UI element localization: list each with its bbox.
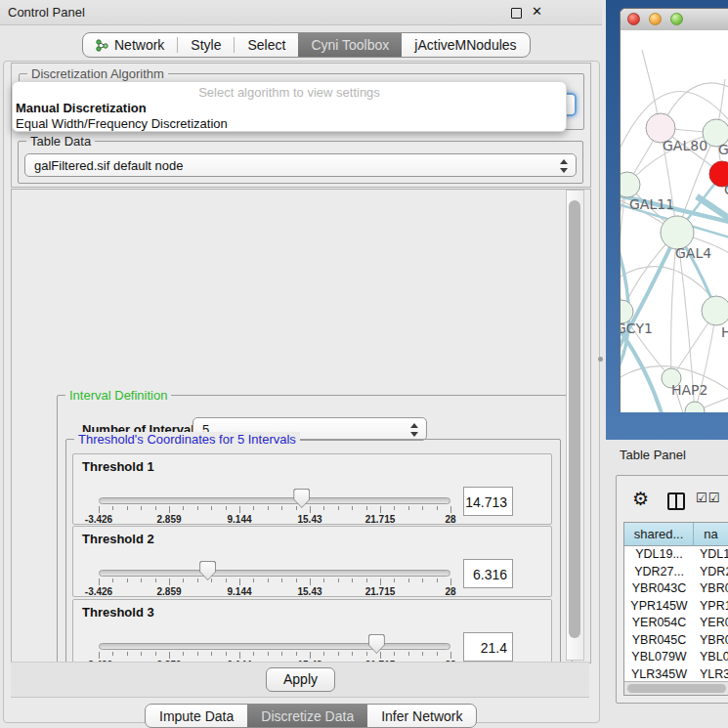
splitter-grip[interactable]	[598, 357, 603, 362]
stepper-arrows-icon	[559, 159, 568, 173]
table-row[interactable]: YBL079WYBL0	[624, 649, 728, 666]
cell-shared-name[interactable]: YBL079W	[624, 649, 694, 666]
slider-tick	[338, 652, 339, 656]
slider-tick	[437, 506, 438, 510]
select-columns-checkboxes-icon[interactable]: ☑☑	[696, 491, 720, 505]
threshold-value-field[interactable]: 14.713	[463, 487, 513, 516]
panel-title: Control Panel	[8, 5, 85, 20]
table-row[interactable]: YBR045CYBR0	[624, 632, 728, 650]
cell-name[interactable]: YBR0	[694, 580, 728, 598]
apply-button[interactable]: Apply	[266, 667, 335, 692]
close-traffic-light-icon[interactable]	[627, 13, 640, 25]
slider-tick	[211, 652, 212, 656]
cell-name[interactable]: YBL0	[694, 649, 728, 666]
slider-tick-label: 15.43	[297, 514, 321, 525]
cell-name[interactable]: YDL1	[694, 546, 728, 564]
slider-handle[interactable]	[293, 489, 310, 508]
tab-discretize-data[interactable]: Discretize Data	[247, 705, 367, 727]
slider-track[interactable]	[99, 497, 450, 504]
cyni-bottom-tab-bar: Impute DataDiscretize DataInfer Network	[145, 704, 477, 728]
cell-name[interactable]: YDR2	[694, 564, 728, 581]
table-row[interactable]: YER054CYER0	[624, 615, 728, 632]
tab-network[interactable]: Network	[83, 33, 177, 57]
network-node-label: GAL11	[629, 196, 674, 212]
slider-tick	[323, 506, 324, 510]
column-header-name[interactable]: na	[694, 523, 728, 546]
network-node-label: HAP2	[671, 382, 707, 398]
threshold-value-field[interactable]: 6.316	[463, 559, 513, 588]
table-panel-title: Table Panel	[620, 448, 686, 462]
cell-name[interactable]: YPR1	[694, 598, 728, 616]
slider-tick	[450, 652, 451, 659]
table-row[interactable]: YDL19...YDL1	[624, 546, 728, 564]
split-columns-icon[interactable]	[667, 492, 685, 510]
slider-tick	[141, 578, 142, 582]
network-node[interactable]	[661, 216, 694, 249]
tab-impute-data[interactable]: Impute Data	[146, 705, 247, 727]
slider-tick	[99, 506, 100, 513]
algorithm-option-equal-width[interactable]: Equal Width/Frequency Discretization	[13, 116, 566, 132]
minimize-traffic-light-icon[interactable]	[649, 13, 662, 25]
table-row[interactable]: YDR27...YDR2	[624, 564, 728, 581]
cell-shared-name[interactable]: YPR145W	[624, 598, 694, 616]
slider-tick	[183, 578, 184, 582]
slider-tick	[408, 578, 409, 582]
tab-label: jActiveMNodules	[414, 37, 516, 53]
manual-discretization-settings: Interval Definition Number of Intervals …	[11, 189, 591, 664]
slider-tick	[127, 652, 128, 656]
table-data-select[interactable]: galFiltered.sif default node	[24, 153, 577, 177]
network-node[interactable]	[621, 172, 640, 197]
slider-handle[interactable]	[368, 634, 385, 654]
slider-tick	[310, 652, 311, 659]
cell-shared-name[interactable]: YBR043C	[624, 580, 694, 598]
slider-tick	[323, 578, 324, 582]
cell-shared-name[interactable]: YER054C	[624, 615, 694, 632]
cell-shared-name[interactable]: YBR045C	[624, 632, 694, 650]
tab-infer-network[interactable]: Infer Network	[367, 705, 476, 727]
tab-select[interactable]: Select	[235, 33, 298, 57]
column-header-shared-name[interactable]: shared...	[624, 523, 694, 546]
slider-tick	[338, 578, 339, 582]
slider-tick	[437, 652, 438, 656]
network-node[interactable]	[702, 296, 728, 325]
slider-tick-label: 21.715	[365, 514, 396, 525]
slider-tick	[169, 652, 170, 659]
network-window: GAL80GACGAL11GAL4GCY1HHAP2	[620, 8, 728, 412]
network-node[interactable]	[685, 402, 705, 412]
settings-scrollbar-thumb[interactable]	[569, 200, 580, 638]
slider-handle[interactable]	[199, 561, 216, 580]
zoom-traffic-light-icon[interactable]	[670, 13, 683, 25]
discretization-algorithm-group-title: Discretization Algorithm	[27, 66, 168, 81]
close-panel-icon[interactable]: ✕	[532, 4, 542, 19]
cell-name[interactable]: YBR0	[694, 632, 728, 650]
network-window-titlebar[interactable]	[621, 9, 728, 31]
threshold-value-field[interactable]: 21.4	[463, 632, 513, 662]
gear-icon[interactable]: ⚙	[632, 488, 649, 510]
table-hscrollbar-thumb[interactable]	[627, 684, 726, 693]
network-icon	[96, 39, 108, 52]
slider-tick	[112, 578, 113, 582]
tab-style[interactable]: Style	[178, 33, 234, 57]
algorithm-option-manual[interactable]: Manual Discretization	[13, 101, 566, 116]
slider-track[interactable]	[99, 643, 450, 650]
tab-jactivemnodules[interactable]: jActiveMNodules	[402, 33, 529, 57]
tab-cyni-toolbox[interactable]: Cyni Toolbox	[298, 33, 402, 57]
float-window-icon[interactable]	[511, 8, 522, 19]
network-node-label: H	[721, 324, 728, 340]
table-data-selected-value: galFiltered.sif default node	[34, 158, 183, 173]
table-row[interactable]: YBR043CYBR0	[624, 580, 728, 598]
table-hscrollbar-track[interactable]	[624, 681, 728, 695]
slider-tick	[127, 506, 128, 510]
slider-tick	[141, 652, 142, 656]
cell-name[interactable]: YER0	[694, 615, 728, 632]
algorithm-hint-option[interactable]: Select algorithm to view settings	[13, 82, 566, 101]
control-panel: Control Panel ✕ NetworkStyleSelectCyni T…	[0, 0, 602, 728]
slider-track[interactable]	[99, 570, 450, 577]
slider-tick	[422, 578, 423, 582]
table-row[interactable]: YPR145WYPR1	[624, 598, 728, 616]
threshold-label: Threshold 3	[82, 605, 154, 620]
slider-tick	[239, 506, 240, 513]
cell-shared-name[interactable]: YDR27...	[624, 564, 694, 581]
network-canvas[interactable]: GAL80GACGAL11GAL4GCY1HHAP2	[621, 30, 728, 412]
cell-shared-name[interactable]: YDL19...	[624, 546, 694, 564]
